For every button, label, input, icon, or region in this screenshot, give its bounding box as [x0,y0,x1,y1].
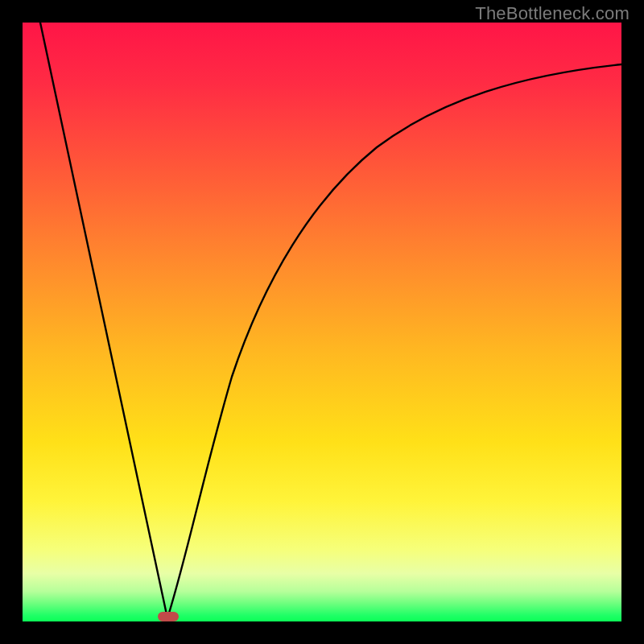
curve-left-segment [40,23,167,618]
chart-frame: TheBottleneck.com [0,0,644,644]
curve-right-segment [167,64,621,618]
curve-svg [23,23,621,621]
watermark-label: TheBottleneck.com [475,3,630,24]
plot-area [23,23,621,621]
minimum-marker [158,612,179,621]
